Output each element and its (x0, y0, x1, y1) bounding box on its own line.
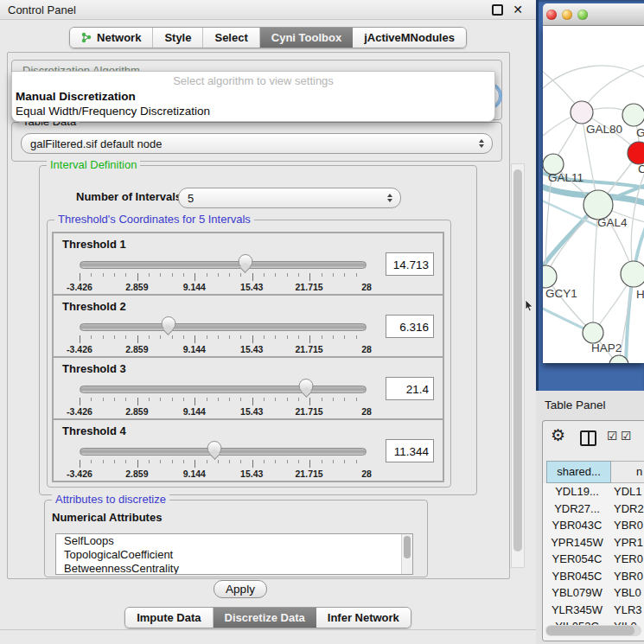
threshold-slider[interactable]: -3.4262.8599.14415.4321.71528 (80, 381, 367, 418)
tab-discretize-data[interactable]: Discretize Data (214, 608, 316, 628)
tab-jactivemnodules[interactable]: jActiveMNodules (353, 28, 466, 48)
node-label: GAL11 (548, 171, 583, 184)
column-header-name[interactable]: n (611, 461, 644, 483)
tick-label: 28 (361, 469, 372, 479)
network-node[interactable] (621, 261, 644, 287)
table-row[interactable]: YBR045CYBR0 (543, 568, 644, 585)
table-row[interactable]: YER054CYER0 (543, 551, 644, 568)
tick-label: 15.43 (240, 406, 263, 417)
window-title: Control Panel (8, 3, 76, 16)
column-header-shared[interactable]: shared... (546, 461, 611, 483)
group-title: Attributes to discretize (52, 493, 169, 507)
threshold-label: Threshold 3 (62, 362, 126, 375)
tab-style[interactable]: Style (153, 28, 203, 48)
table-row[interactable]: YDL19...YDL1 (543, 483, 644, 501)
node-label: GCY1 (545, 287, 577, 300)
network-node[interactable] (583, 322, 603, 343)
tab-impute-data[interactable]: Impute Data (125, 608, 213, 628)
tab-label: Impute Data (137, 611, 201, 624)
table-cell: YDR27... (543, 502, 611, 515)
tick-label: 28 (361, 282, 372, 292)
network-view-window: GAL80GCGAL11GAL4GCY1HHAP2 (536, 0, 644, 391)
slider-ticks (80, 335, 367, 343)
tick-label: -3.426 (67, 344, 92, 354)
table-row[interactable]: YLR345WYLR3 (543, 602, 644, 619)
panel-divider (0, 629, 536, 630)
node-label: GAL4 (597, 216, 628, 229)
tab-label: Cyni Toolbox (271, 31, 341, 44)
table-cell: YBR043C (543, 519, 611, 532)
threshold-value[interactable]: 6.316 (386, 315, 434, 338)
control-panel-window: Control Panel ✕ Network Style Select Cyn… (0, 0, 536, 644)
attribute-list-item[interactable]: SelfLoops (56, 534, 412, 548)
tab-label: Style (164, 31, 191, 44)
network-node[interactable] (543, 265, 557, 288)
slider-thumb[interactable] (299, 379, 314, 393)
dropdown-option-equal-width[interactable]: Equal Width/Frequency Discretization (16, 105, 210, 118)
apply-button[interactable]: Apply (214, 580, 267, 598)
table-data-group: Table Data galFiltered.sif default node (11, 122, 502, 162)
attribute-list-item[interactable]: BetweennessCentrality (56, 562, 412, 575)
tick-label: 15.43 (240, 282, 263, 292)
control-panel-titlebar: Control Panel ✕ (0, 0, 536, 20)
table-row[interactable]: YDR27...YDR2 (543, 501, 644, 518)
table-cell: YPR1 (611, 536, 644, 549)
threshold-slider[interactable]: -3.4262.8599.14415.4321.71528 (80, 257, 367, 293)
table-row[interactable]: YPR145WYPR1 (543, 534, 644, 552)
table-panel-title: Table Panel (545, 399, 606, 411)
mouse-cursor (525, 300, 534, 312)
slider-track[interactable] (80, 448, 367, 456)
tick-labels: -3.4262.8599.14415.4321.71528 (80, 469, 367, 479)
tab-label: Network (97, 31, 141, 44)
table-data-combobox[interactable]: galFiltered.sif default node (21, 133, 493, 154)
threshold-slider[interactable]: -3.4262.8599.14415.4321.71528 (80, 443, 367, 480)
number-of-intervals-combobox[interactable]: 5 (178, 188, 401, 208)
slider-track[interactable] (80, 323, 367, 331)
threshold-value[interactable]: 21.4 (386, 377, 434, 400)
checkbox-icon[interactable]: ☑ (621, 429, 632, 443)
network-node[interactable] (583, 190, 613, 220)
zoom-traffic-light-icon[interactable] (577, 10, 588, 20)
table-hscrollbar[interactable] (545, 625, 641, 636)
table-cell: YER054C (543, 552, 611, 565)
gear-icon[interactable]: ⚙ (551, 427, 565, 443)
table-rows: YDL19...YDL1YDR27...YDR2YBR043CYBR0YPR14… (543, 483, 644, 641)
attribute-list-item[interactable]: TopologicalCoefficient (56, 548, 412, 562)
minimize-traffic-light-icon[interactable] (562, 10, 572, 20)
network-window-titlebar[interactable] (543, 3, 644, 26)
panel-scrollbar[interactable] (511, 163, 525, 568)
tick-label: 15.43 (240, 344, 263, 354)
network-canvas-svg: GAL80GCGAL11GAL4GCY1HHAP2 (543, 26, 644, 363)
network-node[interactable] (571, 101, 593, 124)
table-row[interactable]: YBL079WYBL0 (543, 584, 644, 602)
close-icon[interactable]: ✕ (513, 3, 523, 16)
table-cell: YDL1 (611, 485, 644, 498)
list-scrollbar[interactable] (401, 534, 412, 574)
slider-thumb[interactable] (238, 254, 252, 269)
slider-track[interactable] (80, 261, 367, 269)
slider-track[interactable] (80, 386, 367, 393)
tab-infer-network[interactable]: Infer Network (316, 608, 411, 628)
threshold-rows: Threshold 1 -3.4262.8599.14415.4321.7152… (52, 232, 444, 482)
tab-network[interactable]: Network (70, 28, 153, 48)
close-traffic-light-icon[interactable] (546, 10, 557, 20)
tab-cyni-toolbox[interactable]: Cyni Toolbox (260, 28, 353, 48)
dropdown-placeholder-option: Select algorithm to view settings (12, 74, 494, 87)
slider-thumb[interactable] (207, 441, 222, 456)
threshold-value[interactable]: 11.344 (386, 439, 434, 462)
split-view-icon[interactable] (580, 430, 596, 446)
network-icon (81, 32, 92, 43)
tab-select[interactable]: Select (203, 28, 259, 48)
combo-value: 5 (188, 192, 194, 205)
float-window-icon[interactable] (492, 4, 503, 16)
network-canvas[interactable]: GAL80GCGAL11GAL4GCY1HHAP2 (543, 26, 644, 363)
network-node[interactable] (622, 104, 644, 126)
threshold-slider[interactable]: -3.4262.8599.14415.4321.71528 (80, 319, 367, 355)
numerical-attributes-list[interactable]: SelfLoopsTopologicalCoefficientBetweenne… (55, 533, 413, 575)
threshold-value[interactable]: 14.713 (386, 252, 434, 276)
tick-label: 9.144 (183, 406, 206, 417)
checkbox-icon[interactable]: ☑ (607, 429, 618, 443)
dropdown-option-manual[interactable]: Manual Discretization (16, 90, 136, 103)
slider-thumb[interactable] (161, 316, 175, 331)
table-row[interactable]: YBR043CYBR0 (543, 517, 644, 534)
